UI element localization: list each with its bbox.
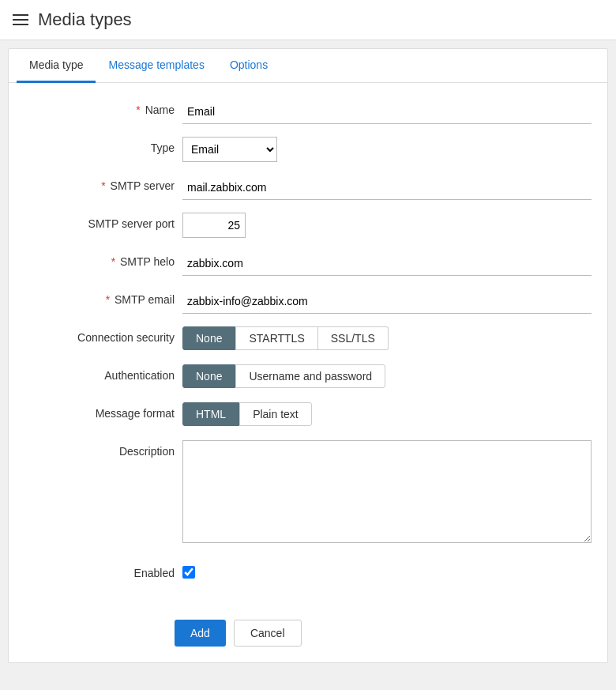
smtp-helo-required: * — [111, 255, 115, 268]
message-format-label: Message format — [24, 402, 182, 420]
name-control — [182, 99, 592, 124]
type-select[interactable]: Email SMS Script Jabber Ez Texting — [182, 137, 277, 162]
smtp-server-label: * SMTP server — [24, 175, 182, 192]
authentication-group: None Username and password — [182, 364, 592, 388]
hamburger-menu[interactable] — [13, 14, 28, 25]
connection-security-group: None STARTTLS SSL/TLS — [182, 326, 592, 350]
name-required-indicator: * — [136, 104, 140, 116]
smtp-helo-label: * SMTP helo — [24, 251, 182, 268]
page-title: Media types — [38, 9, 132, 30]
cancel-button[interactable]: Cancel — [234, 620, 302, 647]
connection-security-label: Connection security — [24, 326, 182, 344]
smtp-port-row: SMTP server port — [24, 213, 592, 238]
format-plain-text-button[interactable]: Plain text — [239, 402, 312, 426]
connection-security-row: Connection security None STARTTLS SSL/TL… — [24, 326, 592, 352]
smtp-server-row: * SMTP server — [24, 175, 592, 200]
smtp-helo-control — [182, 251, 592, 276]
type-label: Type — [24, 137, 182, 154]
auth-username-password-button[interactable]: Username and password — [235, 364, 385, 388]
message-format-row: Message format HTML Plain text — [24, 402, 592, 428]
name-label: * Name — [24, 99, 182, 116]
smtp-port-label: SMTP server port — [24, 213, 182, 230]
smtp-port-input[interactable] — [182, 213, 246, 238]
tab-options[interactable]: Options — [217, 49, 280, 83]
connection-ssltls-button[interactable]: SSL/TLS — [318, 326, 389, 350]
connection-starttls-button[interactable]: STARTTLS — [235, 326, 317, 350]
description-control — [182, 440, 592, 545]
smtp-helo-row: * SMTP helo — [24, 251, 592, 276]
name-input[interactable] — [182, 99, 592, 124]
connection-security-control: None STARTTLS SSL/TLS — [182, 326, 592, 350]
form-body: * Name Type Email SMS Script Jabber Ez T… — [9, 83, 607, 612]
smtp-port-control — [182, 213, 592, 238]
tab-media-type[interactable]: Media type — [17, 49, 96, 83]
smtp-email-row: * SMTP email — [24, 288, 592, 314]
format-html-button[interactable]: HTML — [182, 402, 239, 426]
name-row: * Name — [24, 99, 592, 124]
content-area: Media type Message templates Options * N… — [8, 48, 608, 663]
auth-none-button[interactable]: None — [182, 364, 235, 388]
smtp-email-control — [182, 288, 592, 314]
add-button[interactable]: Add — [175, 620, 226, 647]
tab-message-templates[interactable]: Message templates — [96, 49, 216, 83]
authentication-row: Authentication None Username and passwor… — [24, 364, 592, 390]
enabled-row: Enabled — [24, 558, 592, 583]
connection-none-button[interactable]: None — [182, 326, 235, 350]
smtp-email-label: * SMTP email — [24, 288, 182, 306]
description-row: Description — [24, 440, 592, 545]
enabled-control — [182, 560, 592, 581]
enabled-label: Enabled — [24, 562, 182, 579]
message-format-control: HTML Plain text — [182, 402, 592, 426]
authentication-control: None Username and password — [182, 364, 592, 388]
page-header: Media types — [0, 0, 616, 40]
smtp-helo-input[interactable] — [182, 251, 592, 276]
smtp-server-input[interactable] — [182, 175, 592, 200]
description-textarea[interactable] — [182, 440, 592, 543]
message-format-group: HTML Plain text — [182, 402, 592, 426]
smtp-server-required: * — [101, 179, 105, 192]
enabled-checkbox[interactable] — [182, 566, 195, 579]
tab-bar: Media type Message templates Options — [9, 49, 607, 83]
type-row: Type Email SMS Script Jabber Ez Texting — [24, 137, 592, 162]
smtp-server-control — [182, 175, 592, 200]
smtp-email-required: * — [106, 293, 110, 306]
form-actions: Add Cancel — [9, 612, 607, 662]
authentication-label: Authentication — [24, 364, 182, 382]
type-control: Email SMS Script Jabber Ez Texting — [182, 137, 592, 162]
smtp-email-input[interactable] — [182, 288, 592, 314]
description-label: Description — [24, 440, 182, 458]
